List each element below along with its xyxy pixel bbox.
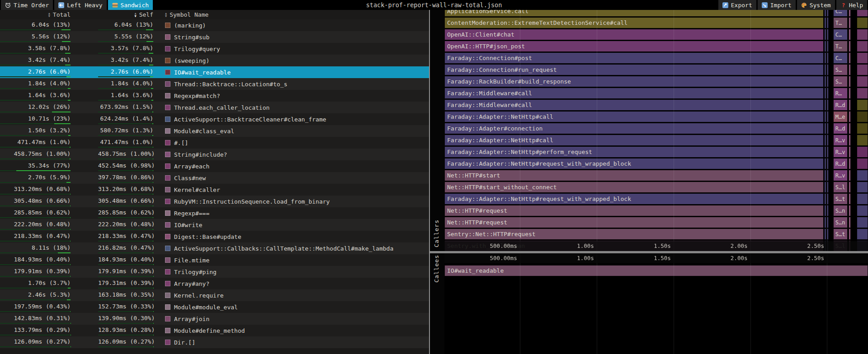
flame-frame[interactable]: Faraday::Connection#run_request [444, 64, 824, 75]
flame-frame[interactable] [857, 76, 868, 87]
flame-frame[interactable]: ApplicationService.call [444, 10, 824, 17]
flame-frame[interactable]: R…d [833, 123, 848, 134]
flame-frame[interactable]: T… [833, 17, 848, 28]
flame-frame[interactable]: S…l [833, 182, 848, 193]
help-button[interactable]: ?Help [836, 0, 867, 10]
flame-frame[interactable] [849, 64, 850, 75]
flame-frame[interactable] [824, 99, 826, 111]
flame-frame[interactable]: Sentry::Net::HTTP#request [444, 228, 824, 240]
flame-frame[interactable] [857, 41, 868, 52]
flame-frame[interactable] [849, 17, 850, 28]
flame-frame[interactable]: IO#wait_readable [444, 265, 868, 276]
flame-frame[interactable] [827, 10, 829, 17]
flame-frame[interactable] [827, 76, 829, 87]
flame-frame[interactable]: S… [833, 64, 848, 75]
flame-frame[interactable] [827, 123, 829, 134]
flame-frame[interactable] [824, 10, 826, 17]
pane-divider-horizontal[interactable] [430, 251, 868, 253]
flame-frame[interactable] [849, 205, 850, 216]
flame-frame[interactable] [857, 111, 868, 122]
flame-frame[interactable] [827, 135, 829, 146]
flame-frame[interactable] [857, 228, 868, 240]
flame-frame[interactable] [857, 17, 868, 28]
flame-frame[interactable]: R…d [833, 99, 848, 111]
flame-frame[interactable] [849, 88, 850, 99]
flame-frame[interactable] [824, 29, 826, 40]
flame-frame[interactable] [857, 170, 868, 181]
table-row[interactable]: 126.09ms (0.27%)126.09ms (0.27%)Dir.[] [0, 336, 429, 348]
flame-frame[interactable] [827, 41, 829, 52]
table-row[interactable]: 1.64s (3.6%)1.64s (3.6%)Regexp#match? [0, 90, 429, 102]
table-row[interactable]: 184.93ms (0.40%)184.93ms (0.40%)File.mti… [0, 254, 429, 266]
flame-frame[interactable] [824, 135, 826, 146]
flame-frame[interactable] [824, 41, 826, 52]
flame-frame[interactable] [857, 193, 868, 205]
flame-frame[interactable]: Faraday::Adapter#connection [444, 123, 824, 134]
flame-frame[interactable] [849, 193, 850, 205]
flame-frame[interactable] [849, 41, 850, 52]
flame-frame[interactable] [824, 76, 826, 87]
flame-frame[interactable]: S… [833, 76, 848, 87]
flame-frame[interactable] [827, 228, 829, 240]
flame-frame[interactable]: R…d [833, 158, 848, 169]
flame-frame[interactable] [827, 64, 829, 75]
flame-frame[interactable]: S…t [833, 193, 848, 205]
flame-frame[interactable] [849, 99, 850, 111]
flame-frame[interactable] [857, 135, 868, 146]
table-row[interactable]: 197.59ms (0.43%)152.73ms (0.33%)Module#m… [0, 301, 429, 313]
table-row[interactable]: 133.79ms (0.29%)128.93ms (0.28%)Module#d… [0, 325, 429, 336]
callees-flamegraph[interactable]: 500.00ms1.00s1.50s2.00s2.50s IO#wait_rea… [444, 253, 868, 354]
table-row[interactable]: 471.47ms (1.0%)471.47ms (1.0%)#.[] [0, 137, 429, 149]
flame-frame[interactable]: Faraday::Adapter::NetHttp#call [444, 111, 824, 122]
flame-frame[interactable] [827, 29, 829, 40]
flame-frame[interactable]: T… [833, 41, 848, 52]
table-row[interactable]: 5.56s (12%)5.55s (12%)String#sub [0, 31, 429, 43]
flame-frame[interactable]: R…v [833, 170, 848, 181]
system-button[interactable]: System [797, 0, 835, 10]
flame-frame[interactable] [827, 158, 829, 169]
flame-frame[interactable]: M…e [833, 111, 848, 122]
flame-frame[interactable] [827, 111, 829, 122]
flame-frame[interactable]: C… [833, 52, 848, 64]
flame-frame[interactable]: Faraday::RackBuilder#build_response [444, 76, 824, 87]
flame-frame[interactable] [827, 99, 829, 111]
flame-frame[interactable]: C… [833, 29, 848, 40]
flame-frame[interactable] [824, 228, 826, 240]
table-row[interactable]: 313.20ms (0.68%)313.20ms (0.68%)Kernel#c… [0, 184, 429, 196]
flame-frame[interactable]: S…n [833, 205, 848, 216]
flame-frame[interactable] [857, 52, 868, 64]
table-row[interactable]: 285.85ms (0.62%)285.85ms (0.62%)Regexp#=… [0, 207, 429, 219]
flame-frame[interactable] [824, 158, 826, 169]
flame-frame[interactable] [849, 228, 850, 240]
flame-frame[interactable] [849, 29, 850, 40]
flame-frame[interactable] [824, 64, 826, 75]
flame-frame[interactable] [857, 217, 868, 228]
flame-frame[interactable]: S…t [833, 228, 848, 240]
flame-frame[interactable] [824, 146, 826, 158]
table-row[interactable]: 3.42s (7.4%)3.42s (7.4%)(sweeping) [0, 55, 429, 66]
flame-frame[interactable] [824, 123, 826, 134]
flame-frame[interactable] [827, 217, 829, 228]
flame-frame[interactable]: OpenAI::HTTP#json_post [444, 41, 824, 52]
flame-frame[interactable] [857, 99, 868, 111]
flame-frame[interactable] [857, 182, 868, 193]
flame-frame[interactable] [824, 193, 826, 205]
table-row[interactable]: 458.75ms (1.00%)458.75ms (1.00%)String#i… [0, 149, 429, 160]
tab-sandwich[interactable]: Sandwich [108, 0, 153, 10]
tab-time-order[interactable]: Time Order [1, 0, 53, 10]
table-row[interactable]: 2.46s (5.3%)163.18ms (0.35%)Kernel.requi… [0, 289, 429, 301]
sort-icon[interactable]: ▲▼ [134, 12, 136, 18]
flame-frame[interactable] [849, 111, 850, 122]
flame-frame[interactable] [857, 88, 868, 99]
table-row[interactable]: 222.20ms (0.48%)222.20ms (0.48%)IO#write [0, 219, 429, 231]
table-row[interactable]: 2.76s (6.0%)2.76s (6.0%)IO#wait_readable [0, 66, 429, 78]
sort-icon[interactable]: ▲▼ [165, 12, 167, 18]
table-row[interactable]: 6.04s (13%)6.04s (13%)(marking) [0, 19, 429, 31]
export-button[interactable]: Export [718, 0, 756, 10]
flame-frame[interactable] [857, 29, 868, 40]
flame-frame[interactable] [857, 10, 868, 17]
flame-frame[interactable] [857, 205, 868, 216]
table-row[interactable]: 305.48ms (0.66%)305.48ms (0.66%)RubyVM::… [0, 196, 429, 207]
flame-frame[interactable]: Faraday::Connection#post [444, 52, 824, 64]
flame-frame[interactable] [824, 111, 826, 122]
